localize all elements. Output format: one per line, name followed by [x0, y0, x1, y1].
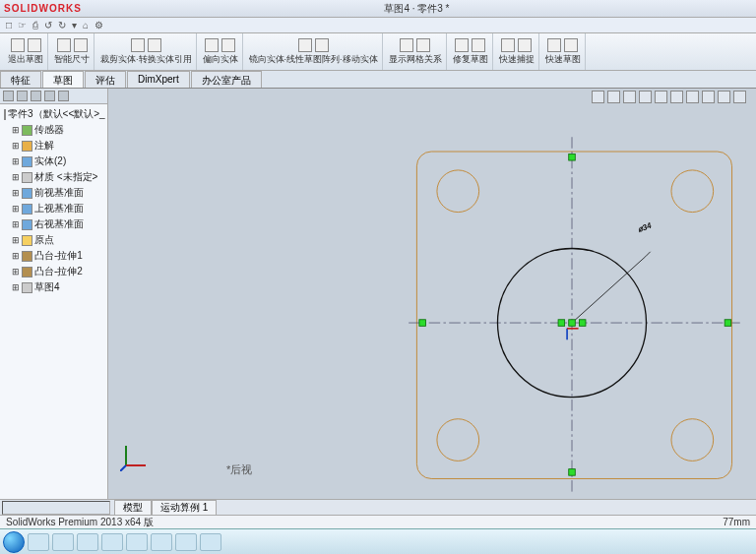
- fm-tab-icon[interactable]: [31, 91, 41, 101]
- qat-button[interactable]: ↺: [44, 20, 52, 31]
- expand-icon[interactable]: ⊞: [12, 188, 20, 198]
- sketch-canvas[interactable]: ⌀34: [108, 89, 756, 499]
- graphics-area[interactable]: ⌀34 *后视: [108, 89, 756, 499]
- ribbon-label: 智能尺寸: [54, 53, 90, 66]
- taskbar-button[interactable]: [28, 533, 49, 551]
- sheet-tab[interactable]: 模型: [114, 500, 152, 516]
- tree-item[interactable]: ⊞右视基准面: [2, 216, 105, 232]
- ribbon-group[interactable]: 退出草图: [4, 33, 48, 70]
- command-tab[interactable]: DimXpert: [127, 71, 190, 88]
- fm-tab-icon[interactable]: [3, 91, 14, 101]
- view-tool-button[interactable]: [670, 91, 683, 103]
- tree-item[interactable]: ⊞原点: [2, 232, 105, 248]
- ribbon-group[interactable]: 偏向实体: [199, 33, 243, 70]
- view-tool-button[interactable]: [733, 91, 746, 103]
- tree-item[interactable]: ⊞凸台-拉伸1: [2, 248, 105, 264]
- sketch-handle[interactable]: [579, 320, 586, 327]
- ribbon-group[interactable]: 显示网格关系: [385, 33, 447, 70]
- expand-icon[interactable]: ⊞: [12, 125, 20, 135]
- ribbon-icon[interactable]: [472, 38, 485, 52]
- ribbon-icon[interactable]: [131, 38, 145, 52]
- ribbon-icon[interactable]: [57, 38, 71, 52]
- sketch-handle[interactable]: [569, 320, 576, 327]
- tree-item[interactable]: ⊞注解: [2, 138, 105, 154]
- tree-item[interactable]: 零件3（默认<<默认>_显示状态: [2, 106, 105, 122]
- view-tool-button[interactable]: [623, 91, 636, 103]
- ribbon-icon[interactable]: [518, 38, 532, 52]
- ribbon-icon[interactable]: [564, 38, 578, 52]
- ribbon-icon[interactable]: [74, 38, 88, 52]
- sketch-handle[interactable]: [569, 469, 576, 476]
- taskbar-button[interactable]: [101, 533, 123, 551]
- sheet-tab[interactable]: 运动算例 1: [152, 500, 217, 516]
- ribbon-group[interactable]: 智能尺寸: [50, 33, 94, 70]
- ribbon-icon[interactable]: [28, 38, 41, 52]
- expand-icon[interactable]: ⊞: [12, 282, 20, 292]
- qat-button[interactable]: ▾: [72, 20, 77, 31]
- sketch-handle[interactable]: [724, 320, 731, 327]
- ribbon-icon[interactable]: [298, 38, 312, 52]
- command-tab[interactable]: 特征: [0, 71, 41, 88]
- tree-item[interactable]: ⊞前视基准面: [2, 185, 105, 201]
- qat-button[interactable]: ⚙: [94, 20, 103, 31]
- expand-icon[interactable]: ⊞: [12, 156, 20, 166]
- ribbon-icon[interactable]: [547, 38, 561, 52]
- expand-icon[interactable]: ⊞: [12, 219, 20, 229]
- expand-icon[interactable]: ⊞: [12, 172, 20, 182]
- tree-item[interactable]: ⊞材质 <未指定>: [2, 169, 105, 185]
- tree-item[interactable]: ⊞草图4: [2, 279, 105, 295]
- ribbon-group[interactable]: 镜向实体·线性草图阵列·移动实体: [245, 33, 383, 70]
- expand-icon[interactable]: ⊞: [12, 251, 20, 261]
- view-tool-button[interactable]: [718, 91, 730, 103]
- command-tab[interactable]: 草图: [42, 71, 84, 88]
- view-tool-button[interactable]: [686, 91, 699, 103]
- taskbar-button[interactable]: [52, 533, 74, 551]
- command-tab[interactable]: 评估: [85, 71, 126, 88]
- ribbon-group[interactable]: 裁剪实体·转换实体引用: [96, 33, 197, 70]
- start-button[interactable]: [3, 531, 25, 553]
- qat-button[interactable]: □: [6, 20, 12, 31]
- fm-tab-icon[interactable]: [44, 91, 55, 101]
- ribbon-group[interactable]: 快速草图: [541, 33, 586, 70]
- expand-icon[interactable]: ⊞: [12, 204, 20, 214]
- taskbar-button[interactable]: [77, 533, 98, 551]
- ribbon-icon[interactable]: [455, 38, 469, 52]
- h-scrollbar[interactable]: [2, 501, 110, 515]
- sketch-handle[interactable]: [569, 154, 576, 160]
- taskbar-button[interactable]: [151, 533, 172, 551]
- ribbon-icon[interactable]: [400, 38, 413, 52]
- view-tool-button[interactable]: [639, 91, 652, 103]
- view-tool-button[interactable]: [607, 91, 620, 103]
- sketch-handle[interactable]: [419, 320, 426, 327]
- expand-icon[interactable]: ⊞: [12, 141, 20, 151]
- sketch-handle[interactable]: [558, 320, 565, 327]
- tree-item[interactable]: ⊞凸台-拉伸2: [2, 264, 105, 279]
- command-tab[interactable]: 办公室产品: [191, 71, 262, 88]
- fm-tab-icon[interactable]: [17, 91, 28, 101]
- qat-button[interactable]: ⎙: [32, 20, 38, 31]
- ribbon-icon[interactable]: [148, 38, 161, 52]
- taskbar-button[interactable]: [126, 533, 148, 551]
- ribbon-icon[interactable]: [205, 38, 219, 52]
- fm-tab-icon[interactable]: [58, 91, 69, 101]
- tree-item[interactable]: ⊞传感器: [2, 122, 105, 138]
- expand-icon[interactable]: ⊞: [12, 267, 20, 277]
- ribbon-group[interactable]: 快速捕捉: [495, 33, 539, 70]
- taskbar-button[interactable]: [175, 533, 197, 551]
- qat-button[interactable]: ⌂: [83, 20, 89, 31]
- tree-item[interactable]: ⊞上视基准面: [2, 201, 105, 216]
- ribbon-icon[interactable]: [416, 38, 430, 52]
- ribbon-group[interactable]: 修复草图: [449, 33, 493, 70]
- expand-icon[interactable]: ⊞: [12, 235, 20, 245]
- qat-button[interactable]: ☞: [18, 20, 27, 31]
- ribbon-icon[interactable]: [315, 38, 329, 52]
- view-tool-button[interactable]: [592, 91, 604, 103]
- ribbon-icon[interactable]: [11, 38, 25, 52]
- ribbon-icon[interactable]: [501, 38, 515, 52]
- tree-item[interactable]: ⊞实体(2): [2, 154, 105, 169]
- qat-button[interactable]: ↻: [58, 20, 66, 31]
- view-tool-button[interactable]: [655, 91, 667, 103]
- taskbar-button[interactable]: [200, 533, 221, 551]
- ribbon-icon[interactable]: [221, 38, 235, 52]
- view-tool-button[interactable]: [702, 91, 715, 103]
